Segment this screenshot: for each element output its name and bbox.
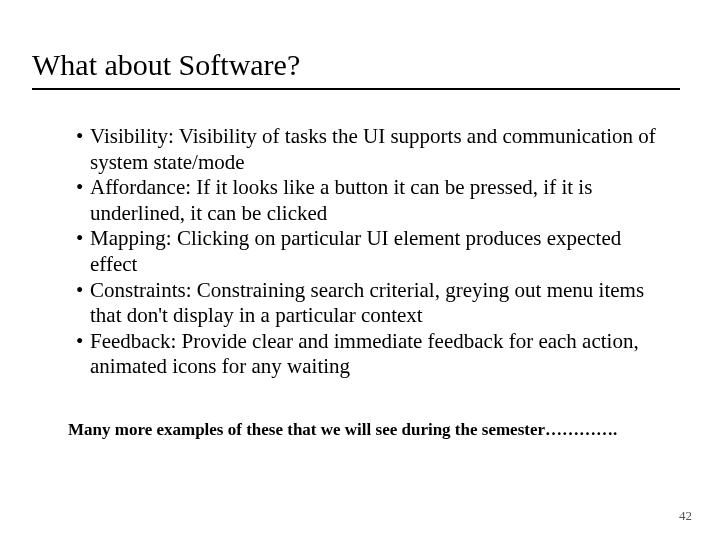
list-item: Constraints: Constraining search criteri…	[76, 278, 660, 329]
footnote-text: Many more examples of these that we will…	[40, 420, 680, 440]
list-item: Feedback: Provide clear and immediate fe…	[76, 329, 660, 380]
list-item: Affordance: If it looks like a button it…	[76, 175, 660, 226]
list-item: Mapping: Clicking on particular UI eleme…	[76, 226, 660, 277]
slide-title: What about Software?	[32, 48, 680, 82]
page-number: 42	[679, 508, 692, 524]
title-underline	[32, 88, 680, 90]
list-item: Visibility: Visibility of tasks the UI s…	[76, 124, 660, 175]
bullet-list: Visibility: Visibility of tasks the UI s…	[40, 124, 680, 380]
